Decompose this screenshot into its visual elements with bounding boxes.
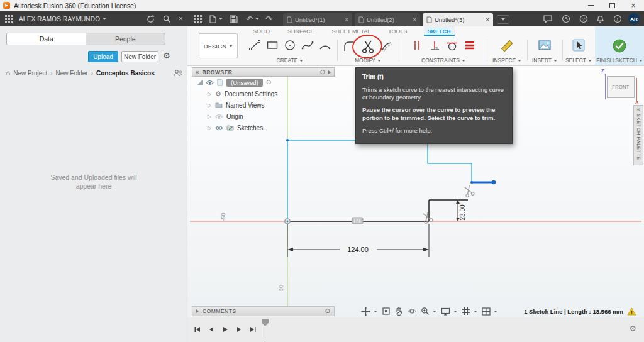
redo-button[interactable]: ↷ bbox=[265, 11, 272, 26]
document-tab-2[interactable]: Untitled(2) × bbox=[355, 13, 420, 26]
select-cursor-icon[interactable] bbox=[572, 38, 586, 52]
collapse-panel-icon[interactable]: « bbox=[196, 69, 199, 75]
eye-icon[interactable] bbox=[206, 80, 214, 86]
browser-row-named-views[interactable]: ▷ Named Views bbox=[192, 99, 335, 111]
home-icon[interactable]: ⌂ bbox=[6, 69, 10, 77]
browser-row-origin[interactable]: ▷ Origin bbox=[192, 111, 335, 122]
file-menu-button[interactable] bbox=[209, 11, 223, 26]
vertical-constraint-icon[interactable] bbox=[410, 38, 424, 52]
zoom-button[interactable] bbox=[421, 307, 436, 316]
undo-button[interactable]: ↶ bbox=[246, 11, 259, 26]
save-button[interactable] bbox=[230, 11, 238, 26]
finish-sketch-icon[interactable] bbox=[612, 38, 627, 53]
help-button[interactable]: ? bbox=[579, 11, 588, 26]
tab-close-icon[interactable]: × bbox=[413, 17, 416, 23]
breadcrumb-folder[interactable]: New Folder bbox=[50, 70, 87, 77]
tab-close-icon[interactable]: × bbox=[345, 17, 348, 23]
warning-icon[interactable]: ! bbox=[627, 307, 636, 316]
expand-icon[interactable]: ▷ bbox=[207, 102, 212, 108]
inspect-dropdown[interactable]: INSPECT bbox=[492, 57, 521, 63]
search-button[interactable] bbox=[163, 11, 171, 26]
insert-image-icon[interactable] bbox=[537, 38, 552, 52]
info-button[interactable]: i bbox=[613, 11, 622, 26]
new-folder-button[interactable]: New Folder bbox=[121, 51, 158, 62]
close-panel-button[interactable]: × bbox=[179, 11, 183, 26]
grid-snap-button[interactable] bbox=[462, 307, 477, 316]
tab-sketch[interactable]: SKETCH bbox=[424, 26, 455, 36]
document-root-label[interactable]: (Unsaved) bbox=[226, 79, 263, 87]
viewcube-front-face[interactable]: FRONT bbox=[607, 76, 635, 98]
tab-list-dropdown[interactable] bbox=[497, 15, 509, 24]
tab-people[interactable]: People bbox=[86, 33, 165, 45]
equal-constraint-icon[interactable] bbox=[463, 38, 477, 52]
activate-radio-icon[interactable]: ⊙ bbox=[266, 79, 271, 86]
finish-sketch-dropdown[interactable]: FINISH SKETCH bbox=[596, 57, 643, 63]
line-endpoint[interactable] bbox=[470, 181, 473, 184]
browser-row-root[interactable]: (Unsaved) ⊙ bbox=[192, 77, 335, 88]
step-back-button[interactable] bbox=[208, 326, 215, 333]
tab-close-icon[interactable]: × bbox=[486, 17, 489, 23]
tab-surface[interactable]: SURFACE bbox=[286, 26, 316, 36]
people-share-icon[interactable] bbox=[174, 70, 183, 77]
line-endpoint[interactable] bbox=[492, 180, 496, 184]
skip-to-start-button[interactable] bbox=[194, 326, 201, 333]
arc-tool-icon[interactable] bbox=[318, 38, 332, 52]
expand-palette-icon[interactable]: « bbox=[636, 107, 640, 113]
measure-tool-icon[interactable] bbox=[499, 38, 514, 53]
target-icon[interactable]: ⊙ bbox=[325, 308, 330, 314]
app-grid-menu[interactable] bbox=[5, 11, 13, 26]
rectangle-tool-icon[interactable] bbox=[265, 38, 279, 52]
insert-dropdown[interactable]: INSERT bbox=[532, 57, 557, 63]
breadcrumb-current[interactable]: Conceptos Basicos bbox=[91, 70, 155, 77]
play-button[interactable] bbox=[221, 326, 229, 333]
expand-icon[interactable]: ▷ bbox=[207, 114, 212, 119]
spline-tool-icon[interactable] bbox=[301, 38, 314, 52]
timeline-playhead[interactable] bbox=[262, 319, 269, 341]
browser-row-document-settings[interactable]: ▷ ⚙ Document Settings bbox=[192, 88, 335, 99]
create-dropdown[interactable]: CREATE bbox=[277, 57, 304, 63]
browser-header[interactable]: « BROWSER ⊙ bbox=[192, 67, 335, 77]
maximize-button[interactable] bbox=[601, 0, 623, 11]
tangent-constraint-icon[interactable] bbox=[445, 38, 459, 52]
orbit-button[interactable] bbox=[408, 307, 416, 316]
pan-hand-button[interactable] bbox=[395, 307, 403, 316]
minimize-button[interactable] bbox=[580, 0, 601, 11]
close-button[interactable]: × bbox=[623, 0, 644, 11]
constraints-dropdown[interactable]: CONSTRAINTS bbox=[421, 57, 465, 63]
step-forward-button[interactable] bbox=[235, 326, 243, 333]
tab-data[interactable]: Data bbox=[7, 33, 86, 45]
tab-solid[interactable]: SOLID bbox=[252, 26, 271, 36]
skip-to-end-button[interactable] bbox=[249, 326, 257, 333]
refresh-button[interactable] bbox=[147, 11, 155, 26]
timeline-settings-button[interactable]: ⚙ bbox=[629, 324, 636, 333]
expand-icon[interactable]: ▷ bbox=[207, 125, 212, 131]
eye-off-icon[interactable] bbox=[215, 114, 223, 119]
fit-button[interactable] bbox=[382, 307, 391, 316]
perpendicular-constraint-icon[interactable] bbox=[428, 38, 441, 52]
comments-button[interactable] bbox=[543, 11, 552, 26]
dimension-width-label[interactable]: 124.00 bbox=[347, 246, 369, 253]
comments-bar[interactable]: COMMENTS ⊙ bbox=[192, 306, 335, 316]
tab-tools[interactable]: TOOLS bbox=[387, 26, 408, 36]
sketch-profile-lines[interactable] bbox=[287, 140, 472, 182]
select-dropdown[interactable]: SELECT bbox=[565, 57, 592, 63]
chevron-right-icon[interactable] bbox=[328, 70, 331, 74]
history-button[interactable] bbox=[562, 11, 570, 26]
line-tool-icon[interactable] bbox=[248, 38, 262, 52]
show-data-panel-button[interactable] bbox=[194, 11, 202, 26]
upload-button[interactable]: Upload bbox=[88, 51, 118, 62]
document-tab-3-active[interactable]: Untitled*(3) × bbox=[423, 13, 493, 26]
notifications-button[interactable] bbox=[596, 11, 604, 26]
viewcube[interactable]: Z FRONT X bbox=[601, 68, 640, 107]
profile-button[interactable]: AR bbox=[628, 11, 640, 26]
display-settings-button[interactable] bbox=[441, 307, 457, 316]
pan-button[interactable] bbox=[361, 307, 377, 316]
document-tab-1[interactable]: Untitled*(1) × bbox=[283, 13, 352, 26]
user-menu[interactable]: ALEX RAMOS RAYMUNDO bbox=[19, 11, 106, 26]
viewports-button[interactable] bbox=[482, 307, 497, 316]
viewport-canvas[interactable]: -50 50 23.00 bbox=[187, 66, 644, 317]
sketch-palette-tab[interactable]: « SKETCH PALETTE bbox=[633, 105, 643, 165]
expand-icon[interactable]: ▷ bbox=[207, 91, 212, 97]
circle-tool-icon[interactable] bbox=[283, 38, 297, 52]
breadcrumb-project[interactable]: New Project bbox=[13, 70, 47, 77]
